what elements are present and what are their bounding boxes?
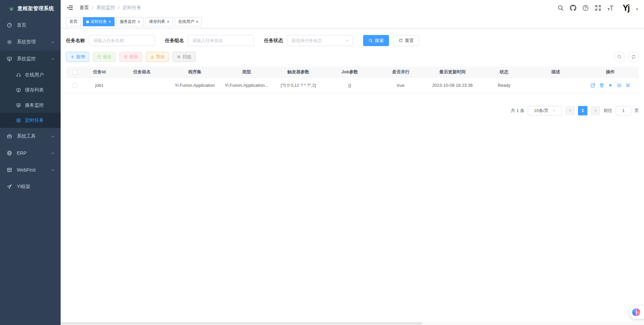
- sidebar-item-webfirst[interactable]: WebFirst: [0, 161, 61, 178]
- prev-page-button[interactable]: [565, 106, 575, 115]
- search-button[interactable]: 搜索: [363, 35, 389, 46]
- scrollbar-thumb[interactable]: [61, 322, 422, 324]
- tab-label: 在线用户: [178, 19, 194, 25]
- page-number-1[interactable]: 1: [578, 106, 587, 115]
- sidebar-item-system-monitor[interactable]: 系统监控: [0, 50, 61, 67]
- download-icon: [150, 55, 154, 59]
- sidebar-item-label: 系统管理: [17, 39, 46, 45]
- page-unit-label: 页: [635, 108, 639, 114]
- tab-close-icon[interactable]: ×: [108, 20, 111, 24]
- menu-fold-icon[interactable]: [67, 4, 74, 11]
- tab-home[interactable]: 首页: [66, 17, 81, 26]
- add-button[interactable]: 新增: [66, 52, 89, 62]
- sidebar-item-home[interactable]: 首页: [0, 17, 61, 34]
- cell-description: [529, 77, 582, 93]
- add-button-label: 新增: [76, 54, 85, 60]
- main-area: 首页 / 系统监控 / 定时任务 Yj ▾: [61, 0, 644, 325]
- chevron-down-icon: [552, 109, 556, 112]
- breadcrumb-home[interactable]: 首页: [79, 5, 89, 11]
- cell-job-args: {}: [324, 77, 376, 93]
- chevron-right-icon: [594, 109, 598, 112]
- sidebar-item-service-monitor[interactable]: 服务监控: [0, 98, 61, 113]
- plus-icon: [70, 55, 74, 59]
- github-icon[interactable]: [570, 5, 576, 11]
- sidebar-item-cache-list[interactable]: 缓存列表: [0, 82, 61, 98]
- select-all-checkbox[interactable]: [72, 70, 77, 75]
- sidebar-item-label: ERP: [17, 150, 46, 156]
- headset-icon: [16, 73, 21, 77]
- app-logo[interactable]: 意框架管理系统: [0, 0, 61, 17]
- screen-icon: [16, 88, 21, 93]
- sidebar-item-label: 系统监控: [17, 56, 46, 62]
- server-icon: [16, 103, 21, 108]
- fullscreen-icon[interactable]: [595, 5, 601, 11]
- row-checkbox[interactable]: [72, 83, 77, 88]
- font-size-icon[interactable]: [607, 5, 614, 11]
- chevron-down-icon: [346, 39, 349, 42]
- sidebar-item-label: 服务监控: [25, 102, 44, 108]
- row-view-icon[interactable]: [617, 83, 622, 88]
- export-button[interactable]: 导出: [146, 52, 169, 62]
- filter-task-name: 任务名称: [66, 35, 155, 46]
- page-content: 任务名称 任务组名 任务状态 请选择任务状态 搜索 重置: [61, 28, 644, 115]
- cell-group-name: [115, 77, 169, 93]
- reset-button[interactable]: 重置: [393, 35, 419, 46]
- row-delete-icon[interactable]: [599, 83, 604, 88]
- chevron-down-icon: [51, 168, 55, 172]
- refresh-icon: [398, 38, 403, 43]
- tab-close-icon[interactable]: ×: [196, 20, 199, 24]
- sidebar-item-online-users[interactable]: 在线用户: [0, 67, 61, 82]
- goto-page-input[interactable]: [616, 106, 631, 115]
- tasks-table: 任务Id 任务组名 程序集 类型 触发器参数 Job参数 是否并行 最后更新时间…: [66, 67, 639, 93]
- chevron-down-icon: [51, 40, 55, 44]
- log-button[interactable]: 日志: [172, 52, 196, 62]
- task-name-input[interactable]: [89, 35, 155, 46]
- delete-button[interactable]: 删除: [119, 52, 142, 62]
- breadcrumb-system-monitor: 系统监控: [96, 5, 115, 11]
- tab-cache-list[interactable]: 缓存列表 ×: [146, 17, 173, 26]
- task-status-select[interactable]: 请选择任务状态: [287, 35, 353, 46]
- table-search-toggle-button[interactable]: [614, 51, 625, 62]
- tab-scheduled-tasks[interactable]: 定时任务 ×: [83, 17, 115, 26]
- col-status: 状态: [479, 67, 530, 77]
- col-trigger-args: 触发器参数: [272, 67, 324, 77]
- refresh-icon: [631, 55, 636, 59]
- sidebar-item-yi-framework[interactable]: Yi框架: [0, 178, 61, 195]
- table-header-row: 任务Id 任务组名 程序集 类型 触发器参数 Job参数 是否并行 最后更新时间…: [66, 67, 639, 77]
- sidebar-item-system-management[interactable]: 系统管理: [0, 34, 61, 50]
- table-refresh-button[interactable]: [628, 51, 639, 62]
- page-size-select[interactable]: 10条/页: [528, 106, 562, 115]
- task-group-input[interactable]: [188, 35, 254, 46]
- tab-close-icon[interactable]: ×: [167, 20, 169, 24]
- help-icon[interactable]: [582, 5, 589, 11]
- tab-service-monitor[interactable]: 服务监控 ×: [117, 17, 144, 26]
- filter-task-group: 任务组名: [165, 35, 254, 46]
- task-status-placeholder: 请选择任务状态: [291, 38, 322, 44]
- avatar-caret-icon[interactable]: ▾: [636, 4, 638, 11]
- assistant-pill[interactable]: [629, 305, 644, 319]
- row-run-icon[interactable]: [608, 83, 613, 88]
- cell-type: Yi.Furion.Application...: [221, 77, 272, 93]
- sidebar-item-erp[interactable]: ERP: [0, 145, 61, 161]
- row-operations: [582, 83, 639, 88]
- breadcrumb-separator: /: [118, 5, 120, 10]
- sidebar-item-system-tools[interactable]: 系统工具: [0, 128, 61, 145]
- tab-online-users[interactable]: 在线用户 ×: [175, 17, 202, 26]
- col-concurrent: 是否并行: [375, 67, 426, 77]
- paper-plane-icon: [7, 184, 12, 189]
- row-more-icon[interactable]: [625, 83, 631, 88]
- table-toolbar: 新增 修改 删除 导出 日志: [66, 51, 639, 62]
- tab-close-icon[interactable]: ×: [138, 20, 140, 24]
- tabs-bar: 首页 定时任务 × 服务监控 × 缓存列表 × 在线用户 ×: [61, 15, 644, 28]
- cell-select: [66, 77, 84, 93]
- edit-button[interactable]: 修改: [93, 52, 116, 62]
- avatar[interactable]: Yj: [620, 2, 632, 13]
- row-edit-icon[interactable]: [590, 83, 595, 88]
- cell-concurrent: true: [375, 77, 426, 93]
- search-icon: [368, 38, 373, 43]
- horizontal-scrollbar[interactable]: [61, 322, 644, 325]
- schedule-icon: [16, 118, 21, 123]
- next-page-button[interactable]: [591, 106, 600, 115]
- sidebar-item-scheduled-tasks[interactable]: 定时任务: [0, 113, 61, 128]
- search-icon[interactable]: [557, 5, 564, 11]
